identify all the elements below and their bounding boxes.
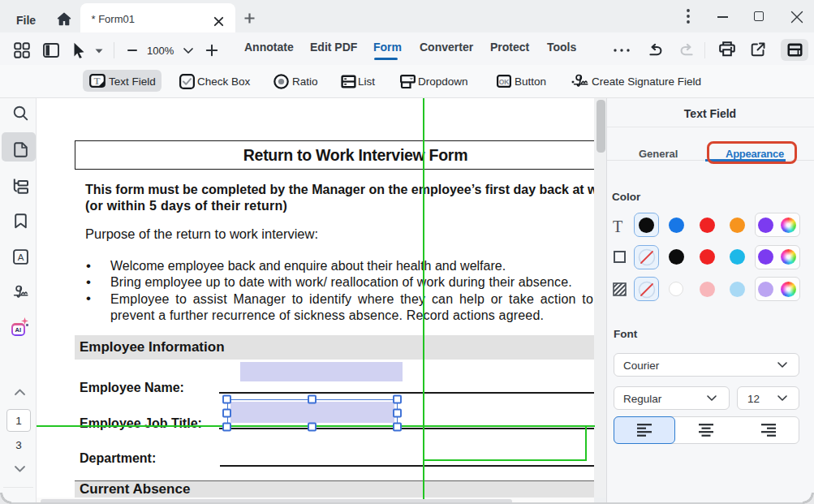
- svg-text:A: A: [18, 252, 24, 261]
- svg-text:T: T: [93, 75, 100, 87]
- svg-text:OK: OK: [499, 78, 510, 86]
